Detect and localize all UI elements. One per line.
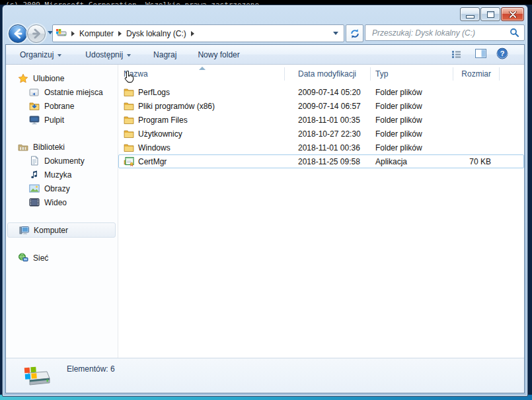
sidebar-item-recent-places[interactable]: Ostatnie miejsca <box>6 85 118 99</box>
music-note-icon <box>29 170 40 180</box>
minimize-button[interactable] <box>460 7 480 21</box>
sidebar-label: Pulpit <box>44 116 64 125</box>
file-modified: 2009-07-14 05:20 <box>285 88 371 97</box>
organize-label: Organizuj <box>20 50 54 59</box>
search-icon[interactable] <box>510 28 519 38</box>
column-separator[interactable] <box>370 67 371 81</box>
explorer-body: Ulubione Ostatnie miejsca <box>6 65 524 358</box>
close-icon <box>509 11 517 18</box>
file-row-users[interactable]: Użytkownicy 2018-10-27 22:30 Folder plik… <box>118 127 524 141</box>
status-item-count: Elementów: 6 <box>67 364 115 393</box>
explorer-content-frame: Organizuj Udostępnij Nagraj Nowy folder <box>5 44 525 393</box>
sidebar-item-libraries[interactable]: Biblioteki <box>6 140 118 154</box>
libraries-icon <box>18 142 28 152</box>
star-icon <box>18 73 28 84</box>
sidebar-item-favorites[interactable]: Ulubione <box>6 71 118 85</box>
sidebar-item-music[interactable]: Muzyka <box>6 168 118 182</box>
sidebar-item-videos[interactable]: Wideo <box>6 195 118 209</box>
sidebar-gap <box>6 127 118 140</box>
new-folder-button[interactable]: Nowy folder <box>192 48 245 62</box>
sidebar-label: Ostatnie miejsca <box>44 88 103 97</box>
sidebar-item-pictures[interactable]: Obrazy <box>6 182 118 195</box>
file-name: Pliki programów (x86) <box>138 102 215 111</box>
chevron-down-icon <box>57 54 61 57</box>
sidebar-item-network[interactable]: Sieć <box>6 251 118 265</box>
preview-pane-button[interactable] <box>475 49 486 60</box>
sidebar-gap <box>6 238 118 251</box>
address-dropdown-icon[interactable] <box>333 32 338 35</box>
console-text: (c) 2009 Microsoft Corporation. Wszelkie… <box>0 0 532 5</box>
breadcrumb-separator-icon <box>118 31 122 36</box>
maximize-button[interactable] <box>480 7 500 21</box>
recent-places-icon <box>29 87 40 98</box>
help-button[interactable]: ? <box>496 48 508 61</box>
explorer-window: Komputer Dysk lokalny (C:) <box>2 5 528 397</box>
sidebar-label: Komputer <box>34 226 68 235</box>
sidebar-label: Biblioteki <box>33 143 65 152</box>
file-size: 70 KB <box>453 157 500 166</box>
chevron-down-icon <box>127 54 131 57</box>
close-button[interactable] <box>501 7 524 21</box>
new-folder-label: Nowy folder <box>198 50 239 59</box>
document-icon <box>29 156 40 166</box>
forward-arrow-icon <box>28 25 45 42</box>
file-row-certmgr[interactable]: CertMgr 2018-11-25 09:58 Aplikacja 70 KB <box>118 154 524 168</box>
help-icon: ? <box>496 48 508 59</box>
address-bar[interactable]: Komputer Dysk lokalny (C:) <box>52 24 344 42</box>
file-name: Użytkownicy <box>138 129 182 139</box>
column-header-modified[interactable]: Data modyfikacji <box>285 66 371 82</box>
column-header-size[interactable]: Rozmiar <box>453 66 500 82</box>
column-separator[interactable] <box>453 67 453 81</box>
minimize-icon <box>466 15 475 18</box>
sidebar-item-computer[interactable]: Komputer <box>7 222 116 238</box>
toolbar-right-group: ? <box>451 48 508 61</box>
column-separator[interactable] <box>499 67 500 81</box>
file-row-perflogs[interactable]: PerfLogs 2009-07-14 05:20 Folder plików <box>118 85 524 99</box>
burn-button[interactable]: Nagraj <box>147 48 182 62</box>
column-headers: Nazwa Data modyfikacji Typ Rozmiar <box>118 66 524 82</box>
sidebar-label: Ulubione <box>33 74 64 83</box>
share-button[interactable]: Udostępnij <box>79 48 137 62</box>
file-name: PerfLogs <box>138 88 170 97</box>
breadcrumb-item-komputer[interactable]: Komputer <box>79 29 114 38</box>
column-header-type[interactable]: Typ <box>371 66 453 82</box>
file-row-windows[interactable]: Windows 2018-11-01 00:36 Folder plików <box>118 141 524 154</box>
organize-button[interactable]: Organizuj <box>14 48 67 62</box>
sidebar-item-downloads[interactable]: Pobrane <box>6 99 118 113</box>
search-input[interactable] <box>371 28 510 38</box>
forward-button[interactable] <box>27 24 46 43</box>
downloads-folder-icon <box>29 101 40 112</box>
sidebar-label: Pobrane <box>44 102 74 111</box>
status-bar: Elementów: 6 <box>6 358 524 393</box>
file-name: Program Files <box>138 116 188 125</box>
folder-icon <box>124 115 134 125</box>
file-type: Folder plików <box>371 116 453 125</box>
sidebar-label: Dokumenty <box>44 156 85 166</box>
column-separator[interactable] <box>284 67 285 81</box>
file-type: Folder plików <box>371 88 453 97</box>
file-type: Folder plików <box>371 129 453 139</box>
certmgr-app-icon <box>124 156 134 167</box>
desktop: { "background": { "console_text": "(c) 2… <box>0 0 532 400</box>
back-arrow-icon <box>9 25 26 42</box>
back-button[interactable] <box>9 24 27 43</box>
file-modified: 2018-11-25 09:58 <box>285 157 371 166</box>
film-strip-icon <box>29 197 40 208</box>
sidebar-item-desktop[interactable]: Pulpit <box>6 113 118 127</box>
refresh-icon <box>350 28 360 39</box>
svg-text:?: ? <box>500 50 505 57</box>
sidebar-gap <box>6 209 118 222</box>
navigation-bar: Komputer Dysk lokalny (C:) <box>3 22 527 45</box>
file-name: Windows <box>138 143 171 152</box>
file-row-program-files[interactable]: Program Files 2018-11-01 00:35 Folder pl… <box>118 113 524 127</box>
change-view-button[interactable] <box>451 50 465 59</box>
preview-pane-icon <box>475 49 486 58</box>
drive-icon <box>56 28 67 39</box>
breadcrumb-item-disk-c[interactable]: Dysk lokalny (C:) <box>126 29 186 38</box>
sidebar-item-documents[interactable]: Dokumenty <box>6 154 118 168</box>
file-row-program-files-x86[interactable]: Pliki programów (x86) 2009-07-14 06:57 F… <box>118 99 524 113</box>
file-modified: 2018-10-27 22:30 <box>285 129 371 139</box>
pictures-icon <box>29 183 40 194</box>
sidebar-label: Sieć <box>33 253 48 263</box>
refresh-button[interactable] <box>346 24 363 42</box>
